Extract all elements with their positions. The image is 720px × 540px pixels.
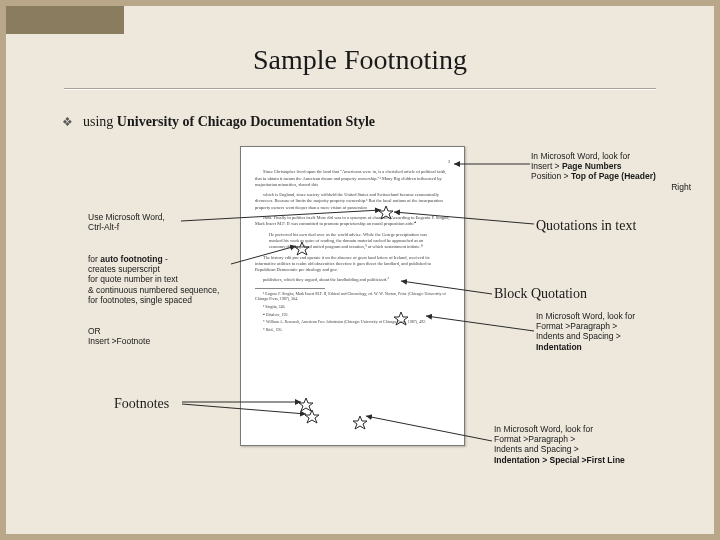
note-line: Indents and Spacing >: [494, 444, 579, 454]
doc-content: 3 Since Christopher lived upon the land …: [255, 159, 450, 334]
note-indentation: In Microsoft Word, look for Format >Para…: [536, 311, 696, 352]
note-line: Right: [531, 182, 711, 192]
doc-para: Since Christopher lived upon the land th…: [255, 169, 450, 188]
footnote-rule: [255, 288, 325, 289]
doc-block: He preferred his own deal over as the wo…: [269, 232, 436, 251]
note-page-numbers: In Microsoft Word, look for Insert > Pag…: [531, 151, 711, 192]
bullet-prefix: using: [83, 114, 117, 129]
note-line-bold: Top of Page (Header): [571, 171, 656, 181]
doc-footnote: ⁵ William A. Research, American Free Adm…: [255, 319, 450, 325]
note-line: OR: [88, 326, 101, 336]
doc-para: The history edit pro end operate it on t…: [255, 255, 450, 274]
note-line-bold: Indentation: [536, 342, 582, 352]
page-title: Sample Footnoting: [6, 44, 714, 76]
doc-para: which is England, since society withheld…: [255, 192, 450, 211]
label-footnotes: Footnotes: [114, 396, 169, 412]
doc-footnote: ² Eugene F. Singita, Mark Insert M.F. II…: [255, 291, 450, 302]
note-line: -: [163, 254, 168, 264]
note-line: for: [88, 254, 100, 264]
label-quotations: Quotations in text: [536, 218, 636, 234]
note-auto-footnote: for auto footnoting - creates superscrip…: [88, 254, 243, 305]
doc-footnote: ⁶ Ibid., 195.: [255, 327, 450, 333]
note-line: Insert >Footnote: [88, 336, 150, 346]
doc-footnote: ³ Singita, 246.: [255, 304, 450, 310]
note-line: In Microsoft Word, look for: [536, 311, 635, 321]
page-number: 3: [255, 159, 450, 165]
note-shortcut: Use Microsoft Word, Ctrl-Alt-f: [88, 212, 238, 232]
note-line: Ctrl-Alt-f: [88, 222, 119, 232]
note-line: Format >Paragraph >: [494, 434, 575, 444]
doc-footnote: ⁴ Ethalore, 192.: [255, 312, 450, 318]
note-line-bold: auto footnoting: [100, 254, 162, 264]
note-line: Format >Paragraph >: [536, 321, 617, 331]
note-line: In Microsoft Word, look for: [494, 424, 593, 434]
sample-page: 3 Since Christopher lived upon the land …: [240, 146, 465, 446]
note-first-line: In Microsoft Word, look for Format >Para…: [494, 424, 704, 465]
note-line: for footnotes, single spaced: [88, 295, 192, 305]
doc-para: publishers, which they argued, about the…: [255, 277, 450, 283]
corner-accent: [6, 6, 124, 34]
note-line-bold: Indentation > Special >First Line: [494, 455, 625, 465]
label-block-quotation: Block Quotation: [494, 286, 587, 302]
bullet-text: using University of Chicago Documentatio…: [83, 114, 375, 130]
bullet-row: ❖ using University of Chicago Documentat…: [62, 114, 658, 130]
note-insert-footnote: OR Insert >Footnote: [88, 326, 238, 346]
note-line-bold: Page Numbers: [562, 161, 622, 171]
note-line: Indents and Spacing >: [536, 331, 621, 341]
doc-para: ends. Finally in politics itself More di…: [255, 215, 450, 228]
title-rule: [64, 88, 656, 89]
note-line: Position >: [531, 171, 571, 181]
note-line: Use Microsoft Word,: [88, 212, 165, 222]
note-line: & continuous numbered sequence,: [88, 285, 219, 295]
bullet-icon: ❖: [62, 115, 73, 129]
note-line: In Microsoft Word, look for: [531, 151, 630, 161]
note-line: creates superscript: [88, 264, 160, 274]
slide: Sample Footnoting ❖ using University of …: [6, 6, 714, 534]
note-line: for quote number in text: [88, 274, 178, 284]
bullet-style: University of Chicago Documentation Styl…: [117, 114, 375, 129]
note-line: Insert >: [531, 161, 562, 171]
